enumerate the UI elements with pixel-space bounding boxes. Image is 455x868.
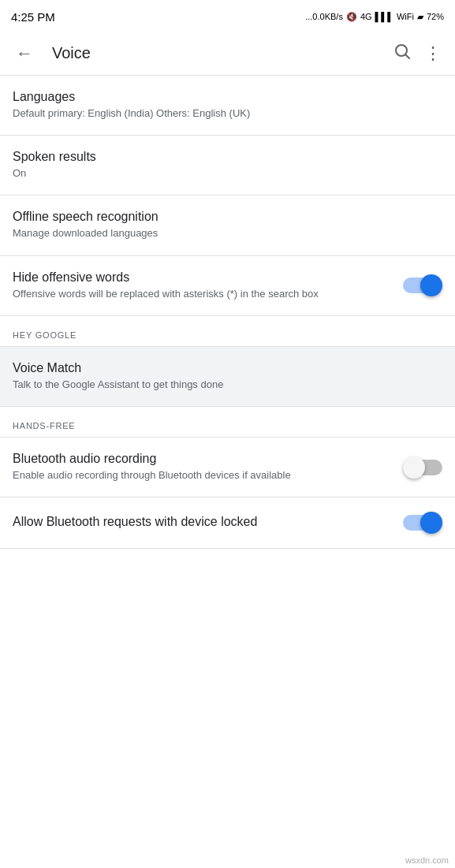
search-button[interactable] (393, 42, 412, 65)
battery-icon: ▰ (417, 12, 423, 22)
bluetooth-audio-text: Bluetooth audio recording Enable audio r… (13, 452, 390, 482)
status-bar: 4:25 PM ...0.0KB/s 🔇 4G ▌▌▌ WiFi ▰ 72% (0, 0, 455, 32)
voice-match-subtitle: Talk to the Google Assistant to get thin… (13, 378, 442, 392)
hide-offensive-setting[interactable]: Hide offensive words Offensive words wil… (0, 256, 455, 316)
voice-match-setting[interactable]: Voice Match Talk to the Google Assistant… (0, 347, 455, 407)
bluetooth-requests-setting[interactable]: Allow Bluetooth requests with device loc… (0, 497, 455, 549)
bluetooth-audio-setting[interactable]: Bluetooth audio recording Enable audio r… (0, 438, 455, 497)
page-title: Voice (52, 44, 393, 62)
battery-percent: 72% (427, 12, 444, 21)
bluetooth-requests-title: Allow Bluetooth requests with device loc… (13, 515, 390, 529)
more-options-button[interactable]: ⋮ (424, 43, 442, 64)
toggle-thumb-off (403, 456, 425, 479)
back-button[interactable]: ← (13, 40, 36, 67)
voice-match-title: Voice Match (13, 361, 442, 375)
spoken-results-subtitle: On (13, 166, 442, 181)
status-time: 4:25 PM (11, 10, 55, 24)
bluetooth-audio-title: Bluetooth audio recording (13, 452, 390, 466)
hide-offensive-text: Hide offensive words Offensive words wil… (13, 270, 390, 301)
spoken-results-setting[interactable]: Spoken results On (0, 136, 455, 196)
wifi-icon: WiFi (397, 12, 414, 21)
offline-speech-title: Offline speech recognition (13, 210, 442, 224)
hands-free-section-header: HANDS-FREE (0, 407, 455, 438)
languages-text: Languages Default primary: English (Indi… (13, 90, 442, 121)
offline-speech-text: Offline speech recognition Manage downlo… (13, 210, 442, 240)
status-icons: ...0.0KB/s 🔇 4G ▌▌▌ WiFi ▰ 72% (305, 12, 444, 22)
bluetooth-requests-text: Allow Bluetooth requests with device loc… (13, 515, 390, 531)
voice-match-text: Voice Match Talk to the Google Assistant… (13, 361, 442, 392)
watermark: wsxdn.com (405, 855, 449, 865)
offline-speech-setting[interactable]: Offline speech recognition Manage downlo… (0, 196, 455, 255)
spoken-results-text: Spoken results On (13, 150, 442, 181)
network-icon: 4G (360, 12, 372, 21)
toolbar: ← Voice ⋮ (0, 32, 455, 76)
signal-bars-icon: ▌▌▌ (375, 12, 393, 21)
bluetooth-audio-toggle[interactable] (403, 456, 442, 479)
hide-offensive-title: Hide offensive words (13, 270, 390, 285)
hide-offensive-toggle[interactable] (403, 274, 442, 296)
signal-text: ...0.0KB/s (305, 12, 343, 21)
spoken-results-title: Spoken results (13, 150, 442, 164)
toggle-thumb (420, 274, 442, 296)
svg-line-1 (406, 54, 410, 58)
hey-google-label: HEY GOOGLE (13, 330, 76, 340)
languages-setting[interactable]: Languages Default primary: English (Indi… (0, 76, 455, 136)
hands-free-label: HANDS-FREE (13, 421, 76, 430)
mute-icon: 🔇 (346, 12, 357, 22)
offline-speech-subtitle: Manage downloaded languages (13, 226, 442, 240)
toggle-thumb-on2 (420, 512, 442, 534)
languages-subtitle: Default primary: English (India) Others:… (13, 106, 442, 121)
languages-title: Languages (13, 90, 442, 104)
hey-google-section-header: HEY GOOGLE (0, 316, 455, 347)
hide-offensive-subtitle: Offensive words will be replaced with as… (13, 287, 390, 301)
bluetooth-requests-toggle[interactable] (403, 512, 442, 534)
bluetooth-audio-subtitle: Enable audio recording through Bluetooth… (13, 468, 390, 482)
